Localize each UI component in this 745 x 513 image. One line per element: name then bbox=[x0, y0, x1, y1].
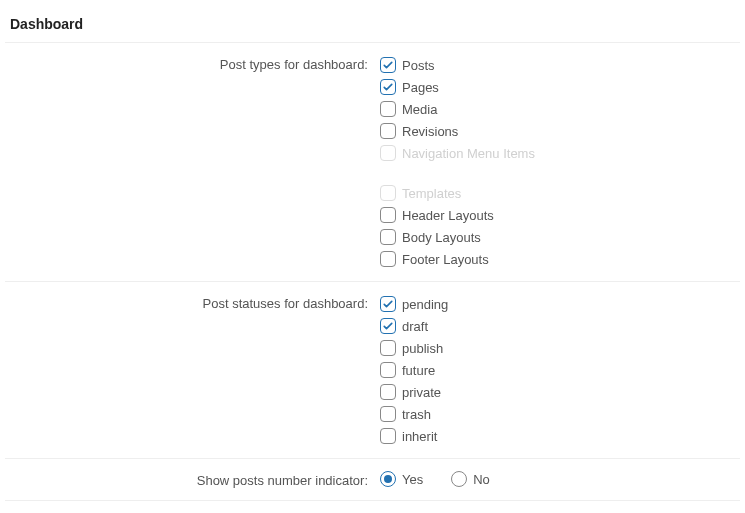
post-statuses-list: pendingdraftpublishfutureprivatetrashinh… bbox=[380, 294, 728, 446]
post-status-checkbox[interactable] bbox=[380, 406, 396, 422]
radio-dot bbox=[451, 471, 467, 487]
post-status-checkbox[interactable] bbox=[380, 384, 396, 400]
post-type-item: Revisions bbox=[380, 121, 728, 141]
post-type-checkbox[interactable] bbox=[380, 79, 396, 95]
post-status-item: trash bbox=[380, 404, 728, 424]
post-status-item: publish bbox=[380, 338, 728, 358]
post-status-label[interactable]: draft bbox=[402, 319, 428, 334]
post-types-list: PostsPagesMediaRevisionsNavigation Menu … bbox=[380, 55, 728, 269]
post-type-label[interactable]: Footer Layouts bbox=[402, 252, 489, 267]
radio-dot bbox=[380, 471, 396, 487]
post-status-item: pending bbox=[380, 294, 728, 314]
radio-yes[interactable]: Yes bbox=[380, 471, 423, 487]
show-indicator-label: Show posts number indicator: bbox=[5, 471, 380, 488]
post-status-checkbox[interactable] bbox=[380, 318, 396, 334]
post-types-row: Post types for dashboard: PostsPagesMedi… bbox=[5, 43, 740, 282]
post-type-item: Templates bbox=[380, 183, 728, 203]
post-type-checkbox[interactable] bbox=[380, 123, 396, 139]
menu-item-label-row: Menu item label for Pending posts table: bbox=[5, 501, 740, 513]
show-indicator-radio: Yes No bbox=[380, 471, 728, 487]
post-type-checkbox[interactable] bbox=[380, 145, 396, 161]
post-type-checkbox[interactable] bbox=[380, 185, 396, 201]
post-status-label[interactable]: publish bbox=[402, 341, 443, 356]
post-type-gap bbox=[380, 165, 728, 181]
post-type-item: Posts bbox=[380, 55, 728, 75]
post-type-item: Body Layouts bbox=[380, 227, 728, 247]
post-status-item: future bbox=[380, 360, 728, 380]
post-statuses-row: Post statuses for dashboard: pendingdraf… bbox=[5, 282, 740, 459]
post-status-label[interactable]: pending bbox=[402, 297, 448, 312]
post-type-item: Header Layouts bbox=[380, 205, 728, 225]
radio-no-label: No bbox=[473, 472, 490, 487]
post-status-label[interactable]: trash bbox=[402, 407, 431, 422]
post-status-label[interactable]: inherit bbox=[402, 429, 437, 444]
radio-no[interactable]: No bbox=[451, 471, 490, 487]
post-statuses-label: Post statuses for dashboard: bbox=[5, 294, 380, 311]
post-type-checkbox[interactable] bbox=[380, 57, 396, 73]
post-type-checkbox[interactable] bbox=[380, 251, 396, 267]
post-status-checkbox[interactable] bbox=[380, 362, 396, 378]
post-status-label[interactable]: private bbox=[402, 385, 441, 400]
post-type-item: Media bbox=[380, 99, 728, 119]
post-type-item: Pages bbox=[380, 77, 728, 97]
post-type-checkbox[interactable] bbox=[380, 229, 396, 245]
post-type-item: Footer Layouts bbox=[380, 249, 728, 269]
post-type-label[interactable]: Navigation Menu Items bbox=[402, 146, 535, 161]
section-title: Dashboard bbox=[5, 10, 740, 43]
post-status-checkbox[interactable] bbox=[380, 296, 396, 312]
post-status-label[interactable]: future bbox=[402, 363, 435, 378]
post-type-label[interactable]: Pages bbox=[402, 80, 439, 95]
post-status-checkbox[interactable] bbox=[380, 428, 396, 444]
post-status-checkbox[interactable] bbox=[380, 340, 396, 356]
post-status-item: inherit bbox=[380, 426, 728, 446]
post-type-label[interactable]: Media bbox=[402, 102, 437, 117]
post-type-label[interactable]: Posts bbox=[402, 58, 435, 73]
show-indicator-row: Show posts number indicator: Yes No bbox=[5, 459, 740, 501]
post-status-item: private bbox=[380, 382, 728, 402]
post-type-label[interactable]: Header Layouts bbox=[402, 208, 494, 223]
post-type-label[interactable]: Revisions bbox=[402, 124, 458, 139]
post-type-item: Navigation Menu Items bbox=[380, 143, 728, 163]
post-type-checkbox[interactable] bbox=[380, 101, 396, 117]
post-types-label: Post types for dashboard: bbox=[5, 55, 380, 72]
post-type-label[interactable]: Body Layouts bbox=[402, 230, 481, 245]
post-type-label[interactable]: Templates bbox=[402, 186, 461, 201]
post-type-checkbox[interactable] bbox=[380, 207, 396, 223]
post-status-item: draft bbox=[380, 316, 728, 336]
radio-yes-label: Yes bbox=[402, 472, 423, 487]
